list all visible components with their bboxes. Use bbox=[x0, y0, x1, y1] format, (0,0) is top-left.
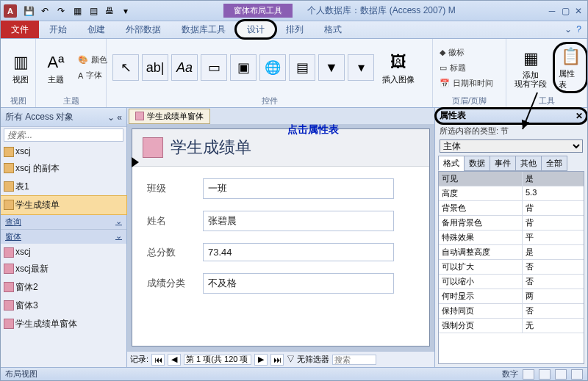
nav-form-item[interactable]: xscj最新 bbox=[1, 260, 126, 278]
first-record-button[interactable]: ⏮ bbox=[151, 354, 165, 366]
add-existing-fields-button[interactable]: ▦ 添加 现有字段 bbox=[509, 45, 552, 90]
nav-group-query[interactable]: 查询⌄ bbox=[1, 214, 126, 229]
view-design-icon[interactable] bbox=[571, 369, 583, 380]
property-row[interactable]: 可以缩小否 bbox=[439, 275, 584, 289]
search-input[interactable] bbox=[4, 128, 123, 142]
prop-tab-data[interactable]: 数据 bbox=[464, 156, 490, 171]
nav-form-item[interactable]: xscj bbox=[1, 244, 126, 260]
textbox-tool[interactable]: ab| bbox=[142, 54, 168, 81]
record-position-input[interactable] bbox=[184, 355, 251, 365]
navigation-tool[interactable]: ▤ bbox=[289, 54, 315, 81]
tab-arrange[interactable]: 排列 bbox=[276, 21, 314, 38]
next-record-button[interactable]: ▶ bbox=[254, 354, 268, 366]
last-record-button[interactable]: ⏭ bbox=[270, 354, 284, 366]
property-value[interactable]: 否 bbox=[523, 304, 584, 318]
nav-header[interactable]: 所有 Access 对象 ⌄ « bbox=[1, 108, 126, 127]
property-value[interactable]: 5.3 bbox=[523, 186, 584, 200]
property-row[interactable]: 可以扩大否 bbox=[439, 260, 584, 275]
property-row[interactable]: 保持同页否 bbox=[439, 304, 584, 319]
property-row[interactable]: 特殊效果平 bbox=[439, 231, 584, 245]
view-layout-icon[interactable] bbox=[555, 369, 567, 380]
combobox-tool[interactable]: ▼ bbox=[318, 54, 345, 81]
word-icon[interactable]: ▤ bbox=[86, 4, 101, 18]
field-value[interactable]: 73.44 bbox=[203, 243, 394, 261]
property-row[interactable]: 备用背景色背 bbox=[439, 216, 584, 231]
title-button[interactable]: ▭标题 bbox=[436, 61, 497, 75]
prop-tab-event[interactable]: 事件 bbox=[490, 156, 516, 171]
close-icon[interactable]: ✕ bbox=[576, 111, 583, 121]
property-value[interactable]: 是 bbox=[523, 172, 584, 186]
chevron-down-icon[interactable]: ⌄ « bbox=[107, 112, 122, 123]
tab-database-tools[interactable]: 数据库工具 bbox=[171, 21, 236, 38]
excel-icon[interactable]: ▦ bbox=[70, 4, 85, 18]
nav-table-item[interactable]: xscj 的副本 bbox=[1, 159, 126, 178]
property-row[interactable]: 高度5.3 bbox=[439, 186, 584, 201]
property-sheet-button[interactable]: 📋 属性表 bbox=[553, 43, 587, 92]
minimize-icon[interactable]: ─ bbox=[546, 5, 558, 17]
undo-icon[interactable]: ↶ bbox=[37, 4, 52, 18]
themes-button[interactable]: Aª 主题 bbox=[39, 48, 73, 87]
property-row[interactable]: 背景色背 bbox=[439, 201, 584, 216]
prop-tab-other[interactable]: 其他 bbox=[515, 156, 542, 171]
save-icon[interactable]: 💾 bbox=[21, 4, 36, 18]
nav-table-item[interactable]: 表1 bbox=[1, 178, 126, 196]
property-value[interactable]: 是 bbox=[523, 245, 584, 259]
insert-image-button[interactable]: 🖼 插入图像 bbox=[377, 48, 420, 87]
form-canvas[interactable]: 学生成绩单 班级一班姓名张碧晨总分数73.44成绩分类不及格 bbox=[132, 128, 430, 346]
qat-more-icon[interactable]: ▾ bbox=[118, 4, 133, 18]
nav-form-item[interactable]: 窗体2 bbox=[1, 278, 126, 297]
property-value[interactable]: 两 bbox=[523, 289, 584, 303]
colors-button[interactable]: 🎨颜色 bbox=[74, 53, 111, 67]
prop-tab-all[interactable]: 全部 bbox=[541, 156, 567, 171]
tab-home[interactable]: 开始 bbox=[39, 21, 77, 38]
print-icon[interactable]: 🖶 bbox=[102, 4, 117, 18]
nav-table-item[interactable]: 学生成绩单 bbox=[1, 196, 126, 214]
view-form-icon[interactable] bbox=[523, 369, 534, 380]
button-tool[interactable]: ▭ bbox=[201, 54, 227, 81]
prev-record-button[interactable]: ◀ bbox=[168, 354, 181, 366]
nav-table-item[interactable]: xscj bbox=[1, 143, 126, 159]
label-tool[interactable]: Aa bbox=[171, 54, 198, 81]
tab-design[interactable]: 设计 bbox=[236, 21, 276, 38]
field-value[interactable]: 不及格 bbox=[203, 273, 394, 294]
tab-format[interactable]: 格式 bbox=[314, 21, 352, 38]
nav-group-forms[interactable]: 窗体⌄ bbox=[1, 229, 126, 244]
logo-button[interactable]: ◆徽标 bbox=[436, 46, 497, 59]
field-value[interactable]: 一班 bbox=[203, 178, 394, 199]
property-object-selector[interactable]: 主体 bbox=[440, 139, 583, 153]
field-value[interactable]: 张碧晨 bbox=[203, 211, 394, 231]
document-tab[interactable]: 学生成绩单窗体 bbox=[129, 109, 210, 124]
tab-create[interactable]: 创建 bbox=[77, 21, 115, 38]
property-value[interactable]: 背 bbox=[523, 216, 584, 230]
tab-tool[interactable]: ▣ bbox=[230, 54, 257, 81]
prop-tab-format[interactable]: 格式 bbox=[438, 156, 465, 171]
redo-icon[interactable]: ↷ bbox=[54, 4, 68, 18]
view-button[interactable]: ▥ 视图 bbox=[4, 48, 37, 87]
more-controls-icon[interactable]: ▾ bbox=[348, 54, 374, 81]
ribbon-minimize-icon[interactable]: ⌄ bbox=[564, 24, 572, 35]
close-icon[interactable]: ✕ bbox=[573, 5, 584, 17]
record-search-input[interactable] bbox=[332, 355, 376, 365]
pointer-tool[interactable]: ↖ bbox=[112, 54, 139, 81]
restore-icon[interactable]: ▢ bbox=[559, 5, 571, 17]
property-row[interactable]: 何时显示两 bbox=[439, 289, 584, 304]
hyperlink-tool[interactable]: 🌐 bbox=[259, 54, 286, 81]
property-value[interactable]: 平 bbox=[523, 231, 584, 244]
property-row[interactable]: 强制分页无 bbox=[439, 319, 584, 333]
property-selection-type: 所选内容的类型: 节 bbox=[435, 124, 587, 138]
property-value[interactable]: 背 bbox=[523, 201, 584, 215]
file-tab[interactable]: 文件 bbox=[1, 21, 39, 38]
property-value[interactable]: 否 bbox=[523, 275, 584, 289]
nav-form-item[interactable]: 窗体3 bbox=[1, 297, 126, 315]
fonts-button[interactable]: A字体 bbox=[74, 68, 111, 82]
tab-external-data[interactable]: 外部数据 bbox=[115, 21, 171, 38]
property-row[interactable]: 可见是 bbox=[439, 172, 584, 186]
property-grid[interactable]: 可见是高度5.3背景色背备用背景色背特殊效果平自动调整高度是可以扩大否可以缩小否… bbox=[438, 171, 584, 364]
datetime-button[interactable]: 📅日期和时间 bbox=[436, 76, 497, 90]
property-value[interactable]: 否 bbox=[523, 260, 584, 274]
nav-form-item[interactable]: 学生成绩单窗体 bbox=[1, 315, 126, 333]
property-value[interactable]: 无 bbox=[523, 319, 584, 333]
help-icon[interactable]: ? bbox=[576, 24, 581, 35]
property-row[interactable]: 自动调整高度是 bbox=[439, 245, 584, 260]
view-datasheet-icon[interactable] bbox=[539, 369, 551, 380]
